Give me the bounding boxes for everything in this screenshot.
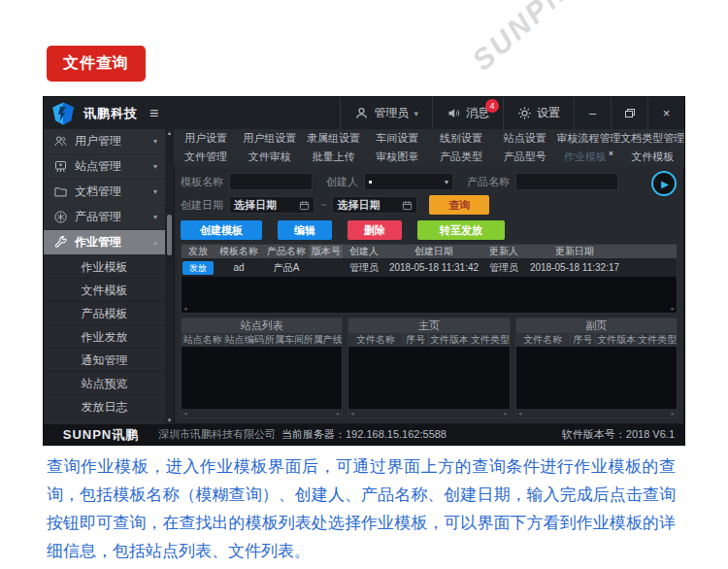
chevron-down-icon: ▾ xyxy=(153,187,157,196)
tab-close-icon[interactable]: × xyxy=(609,149,613,158)
col-prod-line: 所属产线 xyxy=(304,333,343,347)
user-menu[interactable]: 管理员 ▾ xyxy=(340,97,432,129)
template-table: 发放 模板名称 产品名称 版本号 创建人 创建日期 更新人 更新日期 发放 xyxy=(181,244,678,314)
main-page-panel: 主页 文件名称 序号 文件版本 文件类型 ◂ ▸ xyxy=(347,318,510,418)
col-file-type: 文件类型 xyxy=(638,333,677,347)
app-window: 讯鹏科技 ≡ 管理员 ▾ 消息 4 xyxy=(44,97,684,445)
scroll-right-icon[interactable]: ▸ xyxy=(671,409,675,418)
col-serial: 序号 xyxy=(404,333,429,347)
tab-audit-stamp[interactable]: 审核图章 xyxy=(365,148,429,166)
watermark: SUNPN讯鹏 xyxy=(464,0,625,80)
col-template-name: 模板名称 xyxy=(215,245,263,258)
tab-user-settings[interactable]: 用户设置 xyxy=(174,129,238,148)
product-name-input[interactable] xyxy=(515,173,618,190)
company-name: 深圳市讯鹏科技有限公司 xyxy=(158,427,276,442)
software-version: 软件版本号：2018 V6.1 xyxy=(562,427,684,442)
users-icon xyxy=(53,134,68,149)
tab-workshop-settings[interactable]: 车间设置 xyxy=(365,129,429,148)
panel-hscrollbar[interactable]: ◂ ▸ xyxy=(182,409,342,418)
tab-file-management[interactable]: 文件管理 xyxy=(174,148,238,166)
wrench-icon xyxy=(53,235,68,250)
creator-select[interactable]: ▾ xyxy=(364,173,453,190)
restore-button[interactable] xyxy=(611,97,647,129)
scroll-right-icon[interactable]: ▸ xyxy=(504,409,508,418)
create-template-button[interactable]: 创建模板 xyxy=(181,220,262,240)
tab-file-audit[interactable]: 文件审核 xyxy=(238,148,302,166)
sidebar-item-site-management[interactable]: 站点管理 ▾ xyxy=(44,154,165,180)
main-page-title: 主页 xyxy=(348,318,509,333)
calendar-icon[interactable] xyxy=(402,200,413,211)
tab-product-model[interactable]: 产品型号 xyxy=(493,148,557,166)
scroll-down-icon[interactable]: ▼ xyxy=(167,417,173,424)
tab-product-type[interactable]: 产品类型 xyxy=(429,148,493,166)
submenu-item-notification-management[interactable]: 通知管理 xyxy=(44,349,165,372)
tab-file-template[interactable]: 文件模板 xyxy=(620,148,684,166)
col-update-date: 更新日期 xyxy=(525,245,624,258)
submenu-item-file-template[interactable]: 文件模板 xyxy=(44,279,165,302)
tab-usergroup-settings[interactable]: 用户组设置 xyxy=(238,129,302,148)
play-button[interactable]: ▶ xyxy=(651,171,677,196)
template-name-input[interactable] xyxy=(229,173,313,190)
tab-line-settings[interactable]: 线别设置 xyxy=(429,129,493,148)
table-row[interactable]: 发放 ad 产品A 管理员 2018-05-18 11:31:42 管理员 20… xyxy=(182,258,677,277)
minimize-button[interactable]: – xyxy=(574,97,611,129)
menu-icon[interactable]: ≡ xyxy=(149,105,158,122)
submenu-item-site-preview[interactable]: 站点预览 xyxy=(44,372,165,395)
row-release-button[interactable]: 发放 xyxy=(182,261,214,275)
submenu-item-job-release[interactable]: 作业发放 xyxy=(44,325,165,349)
tab-audit-flow-management[interactable]: 审核流程管理 xyxy=(557,129,621,148)
scroll-right-icon[interactable]: ▸ xyxy=(671,304,675,313)
site-list-panel: 站点列表 站点名称 站点编码 所属车间 所属产线 ◂ ▸ xyxy=(181,318,343,418)
settings-button[interactable]: 设置 xyxy=(503,97,574,129)
table-hscrollbar[interactable]: ◂ ▸ xyxy=(182,304,677,313)
scroll-left-icon[interactable]: ◂ xyxy=(183,304,187,313)
sidebar-item-job-management[interactable]: 作业管理 ▴ xyxy=(44,230,165,255)
sidebar-item-label: 站点管理 xyxy=(75,158,147,175)
col-updater: 更新人 xyxy=(482,245,525,258)
page: 文件查询 SUNPN讯鹏 讯鹏科技 ≡ 管理员 xyxy=(0,0,728,569)
chevron-down-icon: ▾ xyxy=(153,213,157,221)
vertical-scrollbar[interactable]: ▲ ▼ xyxy=(165,129,174,424)
app-logo-icon xyxy=(50,101,76,126)
message-count-badge: 4 xyxy=(485,99,499,113)
sidebar-item-label: 文档管理 xyxy=(75,184,147,200)
tab-subgroup-settings[interactable]: 隶属组设置 xyxy=(302,129,366,148)
sidebar-item-user-management[interactable]: 用户管理 ▾ xyxy=(44,129,165,154)
cell-update-date: 2018-05-18 11:32:17 xyxy=(525,262,624,273)
content-panel: ▶ 模板名称 创建人 ▾ 产品名称 创建日期 xyxy=(174,166,684,424)
delete-button[interactable]: 删除 xyxy=(347,220,402,240)
scroll-left-icon[interactable]: ◂ xyxy=(350,409,354,418)
sidebar-item-product-management[interactable]: 产品管理 ▾ xyxy=(44,205,165,230)
panel-hscrollbar[interactable]: ◂ ▸ xyxy=(348,409,509,418)
col-create-date: 创建日期 xyxy=(385,245,482,258)
sub-page-columns: 文件名称 序号 文件版本 文件类型 xyxy=(516,333,677,347)
calendar-icon[interactable] xyxy=(299,200,310,211)
date-from-input[interactable]: 选择日期 xyxy=(229,196,314,214)
submenu-item-job-template[interactable]: 作业模板 xyxy=(44,255,165,279)
scroll-left-icon[interactable]: ◂ xyxy=(183,409,187,418)
tab-job-template-active[interactable]: 作业模板× xyxy=(557,148,621,166)
submenu-item-product-template[interactable]: 产品模板 xyxy=(44,302,165,325)
cell-creator: 管理员 xyxy=(343,261,385,275)
submenu-item-release-log[interactable]: 发放日志 xyxy=(44,395,165,418)
messages-button[interactable]: 消息 4 xyxy=(432,97,503,129)
date-to-input[interactable]: 选择日期 xyxy=(332,196,417,214)
go-release-button[interactable]: 转至发放 xyxy=(417,220,505,240)
tab-site-settings[interactable]: 站点设置 xyxy=(493,129,557,148)
search-button[interactable]: 查询 xyxy=(429,195,489,215)
edit-button[interactable]: 编辑 xyxy=(278,220,332,240)
status-bar: SUNPN讯鹏 深圳市讯鹏科技有限公司 当前服务器：192.168.15.162… xyxy=(44,424,684,445)
sidebar-item-document-management[interactable]: 文档管理 ▾ xyxy=(44,180,165,205)
scroll-up-icon[interactable]: ▲ xyxy=(167,129,173,137)
scroll-left-icon[interactable]: ◂ xyxy=(518,409,522,418)
scrollbar-thumb[interactable] xyxy=(167,215,172,255)
close-button[interactable]: × xyxy=(647,97,684,129)
select-arrow-icon: ▾ xyxy=(445,178,448,186)
tab-batch-upload[interactable]: 批量上传 xyxy=(302,148,366,166)
panel-hscrollbar[interactable]: ◂ ▸ xyxy=(516,409,677,418)
tab-doctype-management[interactable]: 文档类型管理 xyxy=(620,129,684,148)
col-file-name: 文件名称 xyxy=(348,333,403,347)
main-page-columns: 文件名称 序号 文件版本 文件类型 xyxy=(348,333,509,347)
scroll-right-icon[interactable]: ▸ xyxy=(337,409,341,418)
col-file-type: 文件类型 xyxy=(471,333,510,347)
